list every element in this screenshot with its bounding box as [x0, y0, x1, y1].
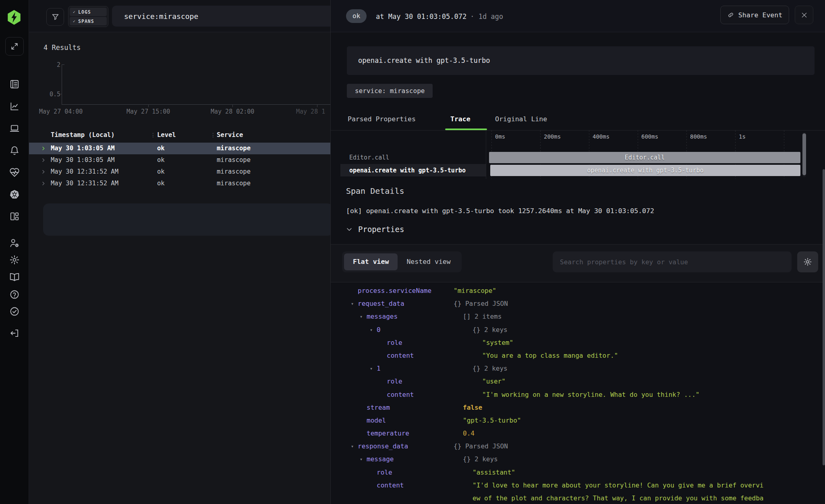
filter-button[interactable] [46, 8, 64, 26]
sidebar-item-views[interactable] [9, 211, 20, 222]
share-event-button[interactable]: Share Event [720, 6, 789, 24]
row-service: mirascope [217, 154, 251, 166]
trace-span-bar[interactable]: Editor.call [489, 152, 800, 163]
kubernetes-icon [9, 189, 20, 199]
property-key[interactable]: content [377, 479, 404, 492]
span-details-title: Span Details [346, 186, 404, 196]
row-timestamp: May 30 12:31:52 AM [51, 178, 118, 189]
panel-scrollbar-thumb[interactable] [823, 169, 825, 465]
properties-section-toggle[interactable]: Properties [345, 225, 404, 234]
spans-toggle[interactable]: ✓ SPANS [70, 17, 107, 25]
sidebar-item-query[interactable] [9, 101, 20, 112]
trace-time-label: 200ms [544, 133, 561, 140]
property-key[interactable]: role [387, 336, 402, 349]
sidebar-item-status[interactable] [9, 306, 20, 317]
col-handle-icon[interactable]: ⋮ [210, 132, 216, 138]
trace-span-name[interactable]: Editor.call [349, 154, 389, 161]
results-table-body: May 30 1:03:05 AMokmirascopeMay 30 1:03:… [29, 143, 330, 189]
nested-view-button[interactable]: Nested view [398, 253, 459, 270]
col-header-level[interactable]: Level [157, 131, 176, 139]
tab-parsed-properties[interactable]: Parsed Properties [348, 115, 416, 123]
property-key[interactable]: 0 [377, 324, 381, 336]
trace-time-label: 400ms [593, 133, 609, 140]
event-detail-panel: ok at May 30 01:03:05.072· 1d ago Share … [330, 0, 825, 504]
sidebar-item-help[interactable] [9, 289, 20, 300]
table-row[interactable]: May 30 12:31:52 AMokmirascope [29, 166, 330, 178]
collapse-caret-icon[interactable]: ▾ [360, 310, 363, 323]
tab-original-line[interactable]: Original Line [495, 115, 547, 123]
properties-settings-button[interactable] [797, 251, 818, 272]
row-service: mirascope [217, 143, 251, 154]
logs-toggle[interactable]: ✓ LOGS [70, 8, 107, 16]
collapse-caret-icon[interactable]: ▾ [370, 362, 373, 375]
sidebar-item-logout[interactable] [9, 328, 20, 338]
property-key[interactable]: content [387, 349, 414, 362]
table-row[interactable]: May 30 12:31:52 AMokmirascope [29, 178, 330, 189]
property-row: streamfalse [331, 401, 816, 414]
tabs-divider [331, 130, 825, 131]
properties-search-input[interactable] [553, 251, 792, 272]
property-key[interactable]: response_data [358, 440, 408, 453]
flat-view-button[interactable]: Flat view [344, 253, 398, 270]
sidebar-item-admin-users[interactable] [9, 238, 20, 248]
sidebar-item-dashboards[interactable] [9, 123, 20, 134]
property-key[interactable]: role [377, 466, 392, 479]
col-header-service[interactable]: Service [217, 131, 243, 139]
collapse-caret-icon[interactable]: ▾ [360, 453, 363, 466]
property-key[interactable]: role [387, 375, 402, 388]
sidebar-item-monitors[interactable] [9, 167, 20, 178]
service-field-chip[interactable]: service: mirascope [347, 84, 433, 98]
expand-panel-button[interactable] [5, 37, 24, 56]
sidebar-item-stream[interactable] [9, 79, 20, 89]
sidebar-item-docs[interactable] [9, 272, 20, 282]
sidebar-item-settings[interactable] [9, 255, 20, 265]
query-input[interactable] [112, 6, 330, 27]
event-time-text: at May 30 01:03:05.072 [376, 12, 466, 21]
check-icon: ✓ [73, 19, 76, 23]
trace-span-bar-selected[interactable]: openai.create with gpt-3.5-turbo [490, 165, 800, 176]
expand-icon [10, 42, 19, 51]
view-mode-toggle: Flat view Nested view [342, 251, 462, 272]
sidebar-item-alerts[interactable] [9, 145, 20, 156]
table-row[interactable]: May 30 1:03:05 AMokmirascope [29, 154, 330, 166]
row-expand-chevron-icon[interactable] [40, 169, 46, 175]
row-expand-chevron-icon[interactable] [40, 180, 46, 187]
row-service: mirascope [217, 166, 251, 178]
row-expand-chevron-icon[interactable] [40, 157, 46, 163]
property-key[interactable]: request_data [358, 297, 404, 310]
property-key[interactable]: stream [367, 401, 390, 414]
collapse-caret-icon[interactable]: ▾ [351, 440, 354, 453]
property-key[interactable]: messages [367, 310, 398, 323]
row-level: ok [157, 178, 165, 189]
property-key[interactable]: process.serviceName [358, 284, 431, 297]
property-key[interactable]: content [387, 388, 414, 401]
sidebar-item-kubernetes[interactable] [9, 189, 20, 199]
row-expand-chevron-icon[interactable] [40, 145, 46, 151]
col-handle-icon[interactable]: ⋮ [150, 132, 156, 138]
trace-scrollbar-thumb[interactable] [802, 133, 806, 175]
property-key[interactable]: message [367, 453, 394, 466]
user-gear-icon [9, 238, 20, 248]
layout-panels-icon [9, 211, 20, 222]
event-message: openai.create with gpt-3.5-turbo [347, 46, 815, 75]
close-panel-button[interactable] [795, 6, 813, 24]
col-header-timestamp[interactable]: Timestamp (Local) [51, 131, 115, 139]
x-label-1: May 27 04:00 [39, 108, 83, 115]
trace-scrollbar[interactable] [802, 132, 806, 177]
property-key[interactable]: model [367, 414, 386, 427]
y-tick-05: 0.5 [41, 91, 60, 98]
property-key[interactable]: temperature [367, 427, 409, 440]
collapse-caret-icon[interactable]: ▾ [351, 297, 354, 310]
trace-span-name-selected[interactable]: openai.create with gpt-3.5-turbo [349, 167, 466, 174]
laptop-icon [9, 123, 20, 134]
collapse-caret-icon[interactable]: ▾ [370, 324, 373, 336]
event-timestamp: at May 30 01:03:05.072· 1d ago [376, 12, 503, 21]
row-timestamp: May 30 12:31:52 AM [51, 166, 118, 178]
property-key[interactable]: 1 [377, 362, 381, 375]
check-icon: ✓ [73, 10, 76, 14]
app-logo-lightning-icon[interactable] [6, 9, 23, 26]
tab-trace[interactable]: Trace [450, 115, 471, 123]
panel-scrollbar[interactable] [823, 155, 825, 504]
table-row[interactable]: May 30 1:03:05 AMokmirascope [29, 143, 330, 154]
status-badge: ok [346, 9, 367, 23]
